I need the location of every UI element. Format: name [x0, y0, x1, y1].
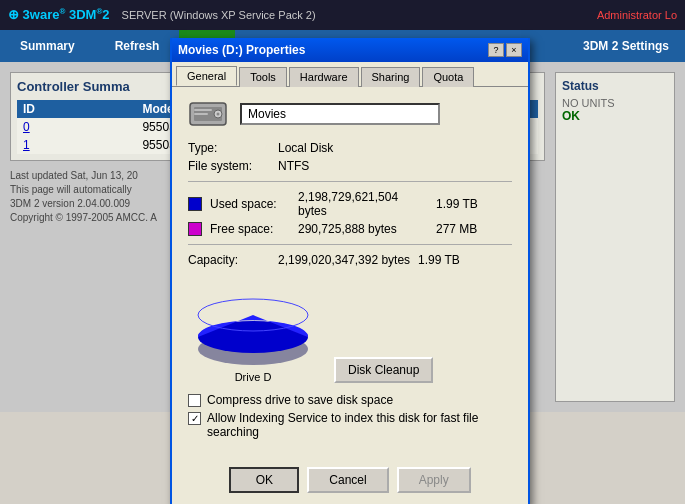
- status-ok: OK: [562, 109, 668, 123]
- dialog-controls: ? ×: [488, 43, 522, 57]
- server-info: SERVER (Windows XP Service Pack 2): [122, 9, 316, 21]
- used-color-swatch: [188, 197, 202, 211]
- free-size: 277 MB: [436, 222, 477, 236]
- capacity-label: Capacity:: [188, 253, 278, 267]
- status-no-units: NO UNITS: [562, 97, 668, 109]
- checkbox-area: Compress drive to save disk space Allow …: [188, 393, 512, 439]
- tab-sharing[interactable]: Sharing: [361, 67, 421, 87]
- capacity-row: Capacity: 2,199,020,347,392 bytes 1.99 T…: [188, 253, 512, 267]
- logo-3ware: ⊕ 3ware® 3DM®2: [8, 7, 110, 22]
- index-label: Allow Indexing Service to index this dis…: [207, 411, 512, 439]
- free-space-row: Free space: 290,725,888 bytes 277 MB: [188, 222, 512, 236]
- divider2: [188, 244, 512, 245]
- header-bar: ⊕ 3ware® 3DM®2 SERVER (Windows XP Servic…: [0, 0, 685, 30]
- used-size: 1.99 TB: [436, 197, 478, 211]
- drive-header: [188, 99, 512, 129]
- drive-label: Drive D: [235, 371, 272, 383]
- properties-dialog: Movies (D:) Properties ? × General Tools…: [170, 38, 530, 504]
- dialog-body: Type: Local Disk File system: NTFS Used …: [172, 87, 528, 459]
- free-bytes: 290,725,888 bytes: [298, 222, 428, 236]
- ctrl-id-0[interactable]: 0: [23, 120, 30, 134]
- status-title: Status: [562, 79, 668, 93]
- compress-label: Compress drive to save disk space: [207, 393, 393, 407]
- used-bytes: 2,198,729,621,504 bytes: [298, 190, 428, 218]
- type-row: Type: Local Disk: [188, 141, 512, 155]
- pie-area: Drive D Disk Cleanup: [188, 277, 512, 383]
- svg-point-3: [217, 113, 220, 116]
- dialog-titlebar: Movies (D:) Properties ? ×: [172, 38, 528, 62]
- disk-cleanup-btn[interactable]: Disk Cleanup: [334, 357, 433, 383]
- apply-btn[interactable]: Apply: [397, 467, 471, 493]
- refresh-nav-btn[interactable]: Refresh: [95, 30, 180, 62]
- drive-icon: [188, 99, 228, 129]
- svg-rect-5: [194, 113, 208, 115]
- dialog-close-btn[interactable]: ×: [506, 43, 522, 57]
- compress-row: Compress drive to save disk space: [188, 393, 512, 407]
- ctrl-id-1[interactable]: 1: [23, 138, 30, 152]
- admin-link[interactable]: Administrator Lo: [597, 9, 677, 21]
- col-id: ID: [17, 100, 136, 118]
- type-value: Local Disk: [278, 141, 333, 155]
- type-label: Type:: [188, 141, 278, 155]
- free-label: Free space:: [210, 222, 290, 236]
- tab-quota[interactable]: Quota: [422, 67, 474, 87]
- used-space-row: Used space: 2,198,729,621,504 bytes 1.99…: [188, 190, 512, 218]
- capacity-size: 1.99 TB: [418, 253, 460, 267]
- free-color-swatch: [188, 222, 202, 236]
- divider1: [188, 181, 512, 182]
- tab-bar: General Tools Hardware Sharing Quota: [172, 62, 528, 87]
- svg-rect-4: [194, 109, 212, 111]
- filesystem-value: NTFS: [278, 159, 309, 173]
- index-checkbox[interactable]: [188, 412, 201, 425]
- used-label: Used space:: [210, 197, 290, 211]
- index-row: Allow Indexing Service to index this dis…: [188, 411, 512, 439]
- pie-chart: [188, 277, 318, 367]
- settings-nav[interactable]: 3DM 2 Settings: [567, 30, 685, 62]
- status-box: Status NO UNITS OK: [555, 72, 675, 402]
- dialog-help-btn[interactable]: ?: [488, 43, 504, 57]
- tab-general[interactable]: General: [176, 66, 237, 86]
- drive-name-input[interactable]: [240, 103, 440, 125]
- compress-checkbox[interactable]: [188, 394, 201, 407]
- tab-tools[interactable]: Tools: [239, 67, 287, 87]
- ok-btn[interactable]: OK: [229, 467, 299, 493]
- dialog-title: Movies (D:) Properties: [178, 43, 488, 57]
- filesystem-label: File system:: [188, 159, 278, 173]
- dialog-buttons: OK Cancel Apply: [172, 459, 528, 504]
- tab-hardware[interactable]: Hardware: [289, 67, 359, 87]
- capacity-bytes: 2,199,020,347,392 bytes: [278, 253, 418, 267]
- space-info: Used space: 2,198,729,621,504 bytes 1.99…: [188, 190, 512, 236]
- cancel-btn[interactable]: Cancel: [307, 467, 388, 493]
- logo: ⊕ 3ware® 3DM®2: [8, 7, 110, 22]
- filesystem-row: File system: NTFS: [188, 159, 512, 173]
- summary-nav-btn[interactable]: Summary: [0, 30, 95, 62]
